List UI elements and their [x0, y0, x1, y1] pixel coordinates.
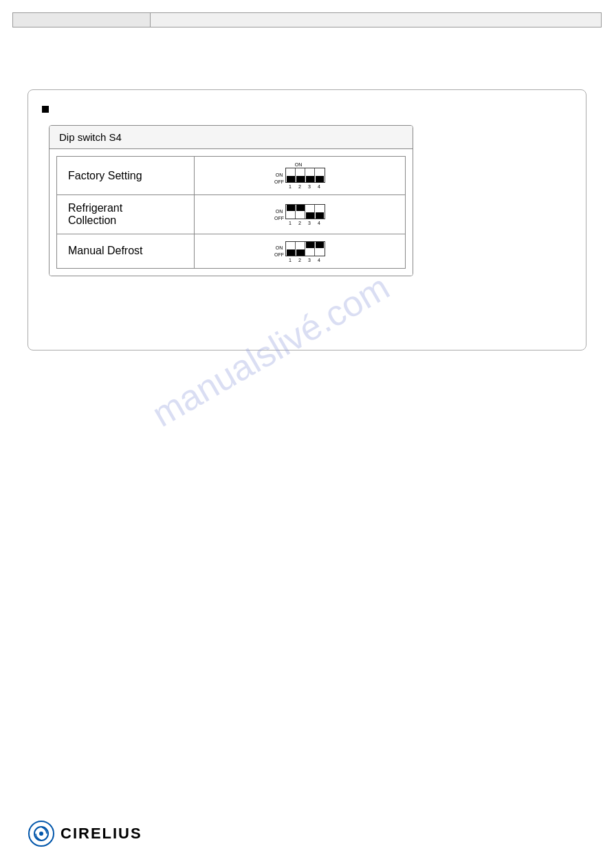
dip-tab	[287, 249, 295, 256]
svg-point-2	[39, 832, 43, 836]
dip-slot-2	[296, 205, 305, 219]
table-row: Refrigerant Collection ON OFF	[57, 195, 406, 234]
bullet-line	[42, 104, 572, 113]
dip-tab	[296, 249, 305, 256]
dip-tab	[316, 176, 324, 182]
dip-slot-1	[286, 242, 296, 256]
dip-slot-1	[286, 205, 296, 219]
dip-slot-2	[296, 168, 305, 182]
factory-setting-switch: ON ON OFF	[195, 157, 406, 195]
factory-setting-label: Factory Setting	[57, 157, 195, 195]
header-bar	[12, 12, 602, 27]
dip-switch-body: ON OFF	[274, 204, 325, 225]
dip-switches-row	[285, 204, 325, 219]
dip-slot-3	[305, 242, 315, 256]
table-row: Manual Defrost ON OFF	[57, 234, 406, 269]
dip-side-labels: ON OFF	[274, 245, 284, 258]
dip-table-body: Factory Setting ON ON OFF	[50, 149, 413, 276]
dip-tab	[296, 176, 305, 182]
dip-inner-table: Factory Setting ON ON OFF	[56, 156, 406, 269]
dip-slot-4	[315, 205, 325, 219]
dip-switch-refrigerant: ON OFF	[274, 204, 325, 225]
dip-tab	[287, 176, 295, 182]
table-row: Factory Setting ON ON OFF	[57, 157, 406, 195]
dip-switches-row	[285, 241, 325, 256]
dip-tab	[306, 212, 314, 219]
dip-tab	[316, 212, 324, 219]
dip-switches-row	[285, 168, 325, 183]
dip-switch-body: ON OFF	[274, 168, 325, 189]
header-right	[151, 13, 601, 27]
dip-switch-factory: ON ON OFF	[274, 162, 325, 189]
refrigerant-label: Refrigerant Collection	[57, 195, 195, 234]
dip-side-labels: ON OFF	[274, 208, 284, 222]
manual-defrost-switch: ON OFF	[195, 234, 406, 269]
dip-switch-body: ON OFF	[274, 241, 325, 263]
cirelius-logo-icon	[28, 820, 55, 847]
dip-slot-3	[305, 168, 315, 182]
manual-defrost-label: Manual Defrost	[57, 234, 195, 269]
dip-slot-1	[286, 168, 296, 182]
bullet-icon	[42, 106, 49, 113]
dip-tab	[306, 176, 314, 182]
logo-text: CIRELIUS	[61, 825, 142, 843]
dip-slot-2	[296, 242, 305, 256]
dip-tab	[296, 205, 305, 211]
dip-switch-table: Dip switch S4 Factory Setting ON	[49, 125, 413, 276]
dip-table-header: Dip switch S4	[50, 126, 413, 149]
dip-tab	[287, 205, 295, 211]
dip-switch-top-labels: ON	[294, 162, 325, 167]
dip-side-labels: ON OFF	[274, 172, 284, 186]
footer-logo: CIRELIUS	[28, 820, 142, 847]
refrigerant-switch: ON OFF	[195, 195, 406, 234]
dip-slot-4	[315, 168, 325, 182]
dip-switch-manual: ON OFF	[274, 241, 325, 263]
main-content-box: Dip switch S4 Factory Setting ON	[28, 89, 586, 350]
dip-slot-3	[305, 205, 315, 219]
dip-tab	[316, 242, 324, 248]
dip-tab	[306, 242, 314, 248]
header-left	[13, 13, 151, 27]
dip-slot-4	[315, 242, 325, 256]
